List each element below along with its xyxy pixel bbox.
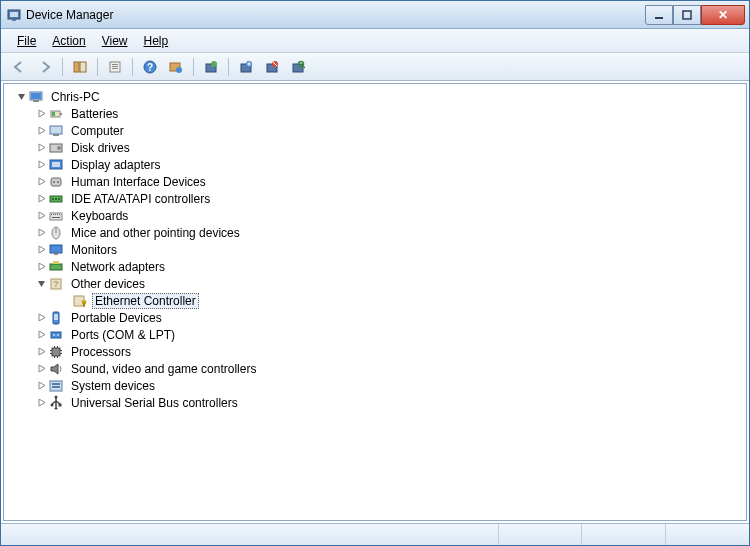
svg-rect-46 [57, 214, 58, 215]
window-controls: ✕ [645, 5, 745, 25]
expand-icon[interactable] [36, 381, 46, 391]
uninstall-button[interactable] [234, 56, 258, 78]
maximize-button[interactable] [673, 5, 701, 25]
category-label[interactable]: Universal Serial Bus controllers [68, 395, 241, 411]
expand-icon[interactable] [36, 228, 46, 238]
category-label[interactable]: Network adapters [68, 259, 168, 275]
tree-category[interactable]: Keyboards [36, 207, 746, 224]
titlebar[interactable]: Device Manager ✕ [1, 1, 749, 29]
tree-category[interactable]: Portable Devices [36, 309, 746, 326]
expand-icon[interactable] [36, 126, 46, 136]
tree-category[interactable]: ?Other devices [36, 275, 746, 292]
menu-file[interactable]: File [9, 31, 44, 51]
device-label[interactable]: Ethernet Controller [92, 293, 199, 309]
svg-rect-53 [50, 264, 62, 270]
menu-action[interactable]: Action [44, 31, 93, 51]
expand-icon[interactable] [36, 398, 46, 408]
expand-icon[interactable] [36, 143, 46, 153]
tree-category[interactable]: Human Interface Devices [36, 173, 746, 190]
category-label[interactable]: Mice and other pointing devices [68, 225, 243, 241]
tree-category[interactable]: Processors [36, 343, 746, 360]
device-tree: Chris-PC BatteriesComputerDisk drivesDis… [4, 88, 746, 411]
category-label[interactable]: Human Interface Devices [68, 174, 209, 190]
category-label[interactable]: Monitors [68, 242, 120, 258]
tree-category[interactable]: System devices [36, 377, 746, 394]
category-label[interactable]: System devices [68, 378, 158, 394]
tree-category[interactable]: Mice and other pointing devices [36, 224, 746, 241]
expand-icon[interactable] [36, 194, 46, 204]
category-label[interactable]: Portable Devices [68, 310, 165, 326]
category-label[interactable]: Display adapters [68, 157, 163, 173]
scan-changes-button[interactable] [164, 56, 188, 78]
svg-rect-74 [52, 383, 60, 385]
tree-category[interactable]: Universal Serial Bus controllers [36, 394, 746, 411]
category-label[interactable]: Disk drives [68, 140, 133, 156]
update-driver-button[interactable] [199, 56, 223, 78]
forward-button[interactable] [33, 56, 57, 78]
close-button[interactable]: ✕ [701, 5, 745, 25]
scan-hardware-button[interactable] [286, 56, 310, 78]
tree-category[interactable]: Ports (COM & LPT) [36, 326, 746, 343]
category-label[interactable]: IDE ATA/ATAPI controllers [68, 191, 213, 207]
tree-category[interactable]: IDE ATA/ATAPI controllers [36, 190, 746, 207]
status-cell [498, 524, 582, 545]
svg-rect-39 [52, 198, 54, 200]
statusbar [1, 523, 749, 545]
category-label[interactable]: Batteries [68, 106, 121, 122]
category-icon [48, 208, 64, 224]
help-button[interactable]: ? [138, 56, 162, 78]
tree-category[interactable]: Sound, video and game controllers [36, 360, 746, 377]
tree-category[interactable]: Disk drives [36, 139, 746, 156]
expand-icon[interactable] [36, 347, 46, 357]
disable-button[interactable] [260, 56, 284, 78]
show-hide-tree-button[interactable] [68, 56, 92, 78]
expand-icon[interactable] [36, 109, 46, 119]
toolbar-separator [228, 58, 229, 76]
expand-icon[interactable] [36, 177, 46, 187]
expand-icon[interactable] [36, 160, 46, 170]
category-label[interactable]: Ports (COM & LPT) [68, 327, 178, 343]
category-icon: ? [48, 276, 64, 292]
collapse-icon[interactable] [36, 279, 46, 289]
svg-rect-68 [60, 353, 62, 354]
menu-view[interactable]: View [94, 31, 136, 51]
svg-rect-51 [50, 245, 62, 253]
svg-point-16 [211, 61, 217, 67]
category-label[interactable]: Other devices [68, 276, 148, 292]
category-label[interactable]: Processors [68, 344, 134, 360]
expand-icon[interactable] [36, 313, 46, 323]
back-button[interactable] [7, 56, 31, 78]
tree-category[interactable]: Monitors [36, 241, 746, 258]
svg-rect-70 [57, 346, 58, 348]
category-icon [48, 140, 64, 156]
minimize-button[interactable] [645, 5, 673, 25]
device-tree-panel[interactable]: Chris-PC BatteriesComputerDisk drivesDis… [3, 83, 747, 521]
expand-icon[interactable] [36, 330, 46, 340]
category-label[interactable]: Keyboards [68, 208, 131, 224]
svg-rect-24 [33, 100, 39, 102]
svg-rect-28 [52, 112, 55, 116]
device-manager-window: Device Manager ✕ File Action View Help ? [0, 0, 750, 546]
category-label[interactable]: Computer [68, 123, 127, 139]
svg-rect-47 [59, 214, 60, 215]
category-icon [48, 259, 64, 275]
tree-root-label[interactable]: Chris-PC [48, 89, 103, 105]
expand-icon[interactable] [36, 262, 46, 272]
tree-category[interactable]: Network adapters [36, 258, 746, 275]
expand-icon[interactable] [36, 364, 46, 374]
expand-icon[interactable] [36, 211, 46, 221]
tree-device[interactable]: !Ethernet Controller [72, 292, 746, 309]
tree-category[interactable]: Display adapters [36, 156, 746, 173]
category-icon [48, 361, 64, 377]
collapse-icon[interactable] [16, 92, 26, 102]
category-label[interactable]: Sound, video and game controllers [68, 361, 259, 377]
tree-category[interactable]: Computer [36, 122, 746, 139]
category-icon [48, 191, 64, 207]
svg-rect-60 [54, 314, 58, 320]
expand-icon[interactable] [36, 245, 46, 255]
menu-help[interactable]: Help [136, 31, 177, 51]
toolbar: ? [1, 53, 749, 81]
properties-button[interactable] [103, 56, 127, 78]
tree-root[interactable]: Chris-PC [16, 88, 746, 105]
tree-category[interactable]: Batteries [36, 105, 746, 122]
